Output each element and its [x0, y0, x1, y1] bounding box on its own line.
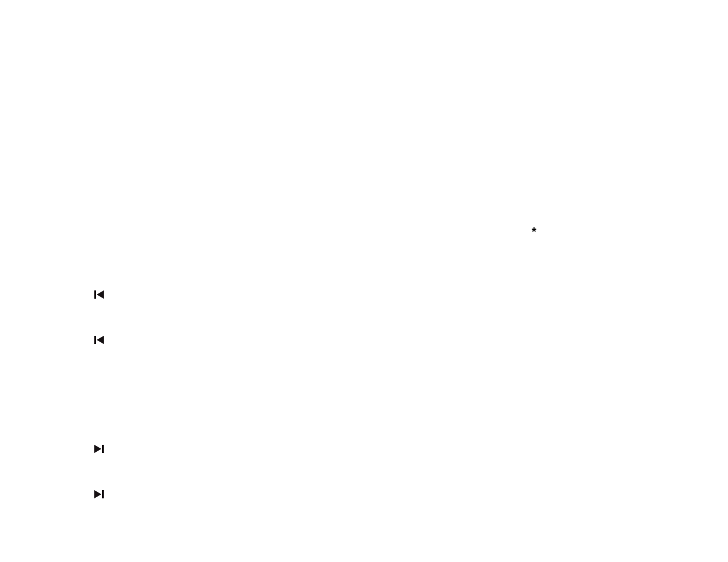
svg-rect-0 — [94, 290, 96, 299]
skip-previous-icon — [94, 290, 104, 299]
svg-rect-1 — [94, 336, 96, 344]
asterisk-icon: * — [532, 226, 536, 237]
skip-next-icon — [94, 490, 104, 498]
skip-previous-icon — [94, 336, 104, 344]
svg-rect-3 — [102, 490, 104, 498]
skip-next-icon — [94, 445, 104, 453]
svg-rect-2 — [102, 445, 104, 453]
